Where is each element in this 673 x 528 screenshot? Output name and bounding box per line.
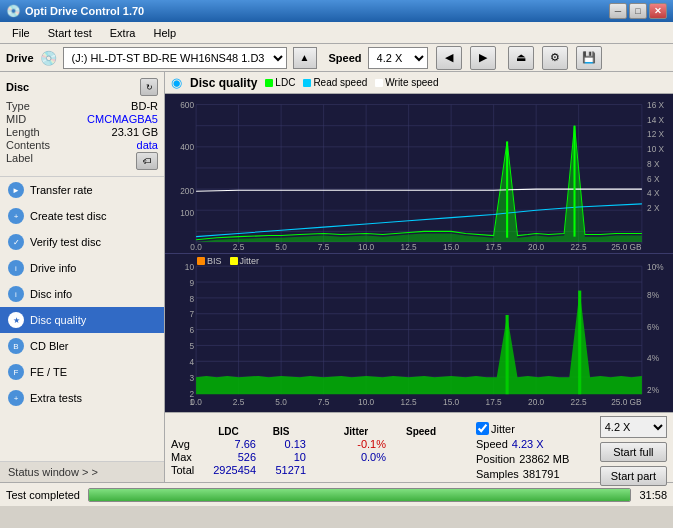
nav-create-test-disc[interactable]: + Create test disc bbox=[0, 203, 164, 229]
prev-speed-button[interactable]: ◀ bbox=[436, 46, 462, 70]
svg-text:25.0 GB: 25.0 GB bbox=[611, 242, 642, 252]
speed-select[interactable]: 4.2 X bbox=[368, 47, 428, 69]
samples-row: Samples 381791 bbox=[476, 468, 569, 480]
position-row: Position 23862 MB bbox=[476, 453, 569, 465]
nav-disc-quality[interactable]: ★ Disc quality bbox=[0, 307, 164, 333]
chart-icon: ◉ bbox=[171, 75, 182, 90]
title-bar: 💿 Opti Drive Control 1.70 ─ □ ✕ bbox=[0, 0, 673, 22]
avg-row: Avg 7.66 0.13 -0.1% bbox=[171, 438, 456, 450]
jitter-checkbox-label: Jitter bbox=[491, 423, 515, 435]
avg-ldc: 7.66 bbox=[201, 438, 256, 450]
minimize-button[interactable]: ─ bbox=[609, 3, 627, 19]
progress-bar bbox=[89, 489, 630, 501]
avg-jitter: -0.1% bbox=[326, 438, 386, 450]
drive-select[interactable]: (J:) HL-DT-ST BD-RE WH16NS48 1.D3 bbox=[63, 47, 287, 69]
legend-bis: BIS bbox=[197, 256, 222, 266]
speed-row: Speed 4.23 X bbox=[476, 438, 569, 450]
svg-text:20.0: 20.0 bbox=[528, 242, 544, 252]
svg-text:4: 4 bbox=[189, 356, 194, 367]
save-button[interactable]: 💾 bbox=[576, 46, 602, 70]
nav-verify-test-disc[interactable]: ✓ Verify test disc bbox=[0, 229, 164, 255]
menu-bar: File Start test Extra Help bbox=[0, 22, 673, 44]
write-speed-label: Write speed bbox=[385, 77, 438, 88]
svg-text:200: 200 bbox=[180, 186, 194, 196]
status-window-button[interactable]: Status window > > bbox=[0, 461, 164, 482]
svg-text:5: 5 bbox=[189, 340, 194, 351]
samples-value: 381791 bbox=[523, 468, 560, 480]
speed2-select[interactable]: 4.2 X bbox=[600, 416, 667, 438]
bis-dot bbox=[197, 257, 205, 265]
progress-bar-container bbox=[88, 488, 631, 502]
lower-chart: BIS Jitter bbox=[165, 254, 673, 413]
svg-text:7.5: 7.5 bbox=[318, 242, 330, 252]
nav-cd-bler[interactable]: B CD Bler bbox=[0, 333, 164, 359]
nav-drive-info-label: Drive info bbox=[30, 262, 76, 274]
svg-text:10: 10 bbox=[185, 261, 194, 272]
menu-file[interactable]: File bbox=[4, 25, 38, 41]
maximize-button[interactable]: □ bbox=[629, 3, 647, 19]
disc-header: Disc ↻ bbox=[6, 78, 158, 96]
next-speed-button[interactable]: ▶ bbox=[470, 46, 496, 70]
svg-text:12 X: 12 X bbox=[647, 129, 664, 139]
svg-text:20.0: 20.0 bbox=[528, 396, 544, 407]
create-test-disc-icon: + bbox=[8, 208, 24, 224]
svg-text:14 X: 14 X bbox=[647, 114, 664, 124]
start-part-button[interactable]: Start part bbox=[600, 466, 667, 486]
settings-button[interactable]: ⚙ bbox=[542, 46, 568, 70]
nav-disc-info[interactable]: i Disc info bbox=[0, 281, 164, 307]
start-full-button[interactable]: Start full bbox=[600, 442, 667, 462]
max-label: Max bbox=[171, 451, 201, 463]
max-row: Max 526 10 0.0% bbox=[171, 451, 456, 463]
avg-bis: 0.13 bbox=[256, 438, 306, 450]
svg-text:2.5: 2.5 bbox=[233, 396, 245, 407]
svg-rect-0 bbox=[165, 94, 673, 253]
jitter-checkbox-row: Jitter bbox=[476, 422, 569, 435]
svg-text:7: 7 bbox=[189, 308, 194, 319]
nav-cd-bler-label: CD Bler bbox=[30, 340, 69, 352]
svg-text:22.5: 22.5 bbox=[571, 242, 587, 252]
status-bar: Test completed 31:58 bbox=[0, 482, 673, 506]
bis-label: BIS bbox=[207, 256, 222, 266]
legend-write-speed: Write speed bbox=[375, 77, 438, 88]
jitter-speed-col: Jitter Speed 4.23 X Position 23862 MB Sa… bbox=[476, 422, 569, 480]
drive-label: Drive bbox=[6, 52, 34, 64]
speed-row-value: 4.23 X bbox=[512, 438, 544, 450]
jitter-checkbox[interactable] bbox=[476, 422, 489, 435]
svg-text:22.5: 22.5 bbox=[571, 396, 587, 407]
menu-help[interactable]: Help bbox=[145, 25, 184, 41]
type-label: Type bbox=[6, 100, 50, 112]
status-text: Test completed bbox=[6, 489, 80, 501]
stats-table: LDC BIS Jitter Speed Avg 7.66 0.13 -0.1%… bbox=[171, 426, 456, 476]
nav-fe-te[interactable]: F FE / TE bbox=[0, 359, 164, 385]
svg-text:15.0: 15.0 bbox=[443, 242, 459, 252]
drive-eject-button[interactable]: ▲ bbox=[293, 47, 317, 69]
label-label: Label bbox=[6, 152, 50, 170]
nav-extra-tests-label: Extra tests bbox=[30, 392, 82, 404]
speed-row-label: Speed bbox=[476, 438, 508, 450]
nav-extra-tests[interactable]: + Extra tests bbox=[0, 385, 164, 411]
nav-transfer-rate[interactable]: ► Transfer rate bbox=[0, 177, 164, 203]
svg-text:10%: 10% bbox=[647, 261, 664, 272]
position-label: Position bbox=[476, 453, 515, 465]
disc-info-icon: i bbox=[8, 286, 24, 302]
disc-refresh-button[interactable]: ↻ bbox=[140, 78, 158, 96]
svg-text:10.0: 10.0 bbox=[358, 242, 374, 252]
close-button[interactable]: ✕ bbox=[649, 3, 667, 19]
svg-text:4%: 4% bbox=[647, 352, 659, 363]
svg-text:8 X: 8 X bbox=[647, 159, 660, 169]
svg-text:17.5: 17.5 bbox=[486, 396, 502, 407]
title-bar-controls: ─ □ ✕ bbox=[609, 3, 667, 19]
total-ldc: 2925454 bbox=[201, 464, 256, 476]
nav-drive-info[interactable]: i Drive info bbox=[0, 255, 164, 281]
menu-extra[interactable]: Extra bbox=[102, 25, 144, 41]
ldc-dot bbox=[265, 79, 273, 87]
jitter-label: Jitter bbox=[240, 256, 260, 266]
main-layout: Disc ↻ Type BD-R MID CMCMAGBA5 Length 23… bbox=[0, 72, 673, 482]
svg-text:17.5: 17.5 bbox=[486, 242, 502, 252]
menu-start-test[interactable]: Start test bbox=[40, 25, 100, 41]
svg-text:0.0: 0.0 bbox=[190, 396, 202, 407]
svg-text:3: 3 bbox=[189, 372, 194, 383]
drive-info-icon: i bbox=[8, 260, 24, 276]
eject-button[interactable]: ⏏ bbox=[508, 46, 534, 70]
label-button[interactable]: 🏷 bbox=[136, 152, 158, 170]
